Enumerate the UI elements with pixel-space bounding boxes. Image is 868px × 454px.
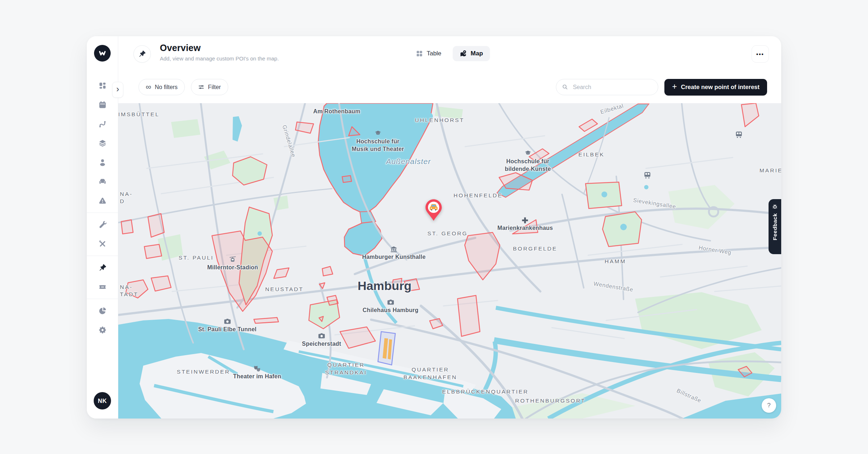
tab-map[interactable]: Map [452,46,490,61]
sidebar-divider [87,256,118,256]
sidebar-item-calendar[interactable] [87,95,118,114]
blue-zone [378,332,395,365]
calendar-icon [98,101,107,109]
tools-icon [98,240,107,248]
sidebar-item-layers[interactable] [87,134,118,153]
sidebar-expand-button[interactable]: › [112,82,123,98]
page-title: Overview [160,43,279,53]
page-icon-badge [133,45,151,63]
sidebar-item-route[interactable] [87,114,118,134]
avatar[interactable]: NK [94,392,111,409]
filter-button[interactable]: Filter [191,79,228,95]
sidebar-item-tools[interactable] [87,234,118,253]
search-box [556,79,658,95]
pie-chart-icon [98,307,107,315]
warning-icon [98,197,107,205]
sliders-icon [198,84,204,90]
page-header: Overview Add, view and manage custom POI… [118,36,781,71]
poi-pin-icon [98,264,107,272]
create-poi-button[interactable]: + Create new point of interest [664,79,767,96]
sidebar-item-warning[interactable] [87,191,118,210]
more-options-button[interactable]: ••• [752,45,769,63]
search-input[interactable] [572,84,652,91]
logo-button[interactable] [94,45,111,62]
no-filters-button[interactable]: ∞ No filters [139,79,185,95]
plus-icon: + [672,83,677,91]
sidebar-divider [87,213,118,213]
sidebar-item-ticket[interactable] [87,277,118,297]
layers-icon [98,139,107,147]
chevron-right-icon: › [116,84,119,94]
help-label: ? [767,402,770,409]
dashboard-icon [98,81,107,90]
ellipsis-icon: ••• [756,51,764,57]
ticket-icon [98,283,107,291]
person-icon [98,158,107,167]
tab-table[interactable]: Table [409,46,448,61]
feedback-label: Feedback [772,213,778,240]
search-icon [562,84,568,90]
route-icon [98,120,107,128]
sidebar-item-pie-chart[interactable] [87,301,118,320]
sidebar-nav [87,76,118,340]
no-filters-label: No filters [155,84,178,91]
car-poi-marker-icon [424,199,443,222]
map-pin-icon [459,50,467,57]
pin-icon [138,50,146,58]
bug-icon [772,203,778,210]
help-button[interactable]: ? [762,398,776,413]
feedback-button[interactable]: Feedback [769,199,781,254]
title-block: Overview Add, view and manage custom POI… [160,43,279,62]
map-view[interactable]: EIMSBÜTTELAm RothenbaumHochschule für Mu… [118,103,781,419]
page: { "header": { "title": "Overview", "subt… [0,0,868,454]
map-canvas[interactable] [118,103,781,419]
brand-w-icon [98,49,107,58]
filter-toolbar: ∞ No filters Filter + Create new point o… [118,71,781,103]
infinity-icon: ∞ [146,83,151,91]
view-tabs: Table Map [409,46,490,61]
sidebar-item-car[interactable] [87,172,118,191]
car-icon [98,177,107,186]
poi-marker[interactable] [424,199,443,223]
filter-label: Filter [208,84,221,91]
sidebar-item-wrench[interactable] [87,215,118,234]
app-window: NK › Overview Add, view and manage custo… [87,36,781,419]
wrench-icon [98,220,107,229]
gear-icon [98,326,107,334]
create-poi-label: Create new point of interest [681,84,760,91]
sidebar-item-poi-pin[interactable] [87,258,118,277]
tab-map-label: Map [471,50,483,57]
grid-icon [416,50,423,57]
tab-table-label: Table [427,50,442,57]
sidebar-item-gear[interactable] [87,320,118,340]
sidebar-divider [87,299,118,299]
sidebar-item-person[interactable] [87,153,118,172]
page-subtitle: Add, view and manage custom POI's on the… [160,55,279,62]
